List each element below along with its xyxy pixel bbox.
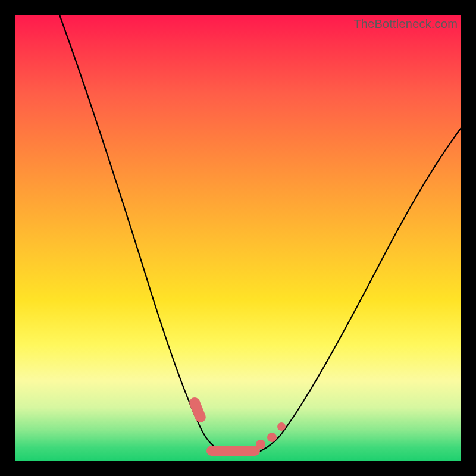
valley-bump-right-high: [277, 422, 286, 431]
chart-frame: TheBottleneck.com: [0, 0, 476, 476]
plot-area: TheBottleneck.com: [15, 15, 461, 461]
valley-bump-floor-end: [256, 440, 265, 449]
valley-bump-right-low: [267, 433, 277, 442]
valley-bump-left: [187, 396, 207, 424]
curve-layer: [15, 15, 461, 461]
bottleneck-curve: [60, 15, 461, 455]
valley-bump-floor: [206, 446, 260, 456]
